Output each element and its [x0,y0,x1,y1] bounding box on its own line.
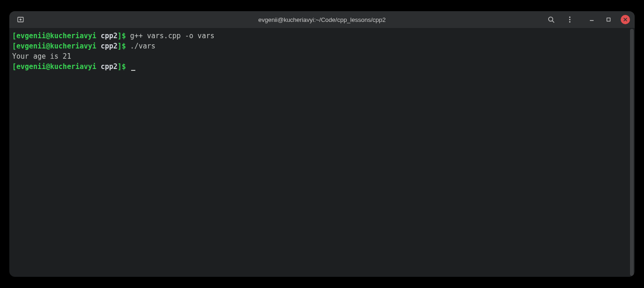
kebab-menu-icon [566,16,574,23]
maximize-button[interactable] [604,15,613,24]
menu-button[interactable] [565,14,575,25]
terminal-line: [evgenii@kucheriavyi cpp2]$ [12,62,632,72]
terminal-line: [evgenii@kucheriavyi cpp2]$ g++ vars.cpp… [12,31,632,41]
window-title: evgenii@kucheriavyi:~/Code/cpp_lessons/c… [259,16,386,23]
svg-point-7 [569,21,571,23]
svg-point-6 [569,19,571,21]
command-text [126,62,130,71]
new-tab-icon [17,16,24,23]
search-icon [547,16,555,23]
scrollbar[interactable] [630,29,634,276]
close-button[interactable] [621,15,630,24]
command-text: g++ vars.cpp -o vars [126,32,215,40]
terminal-line: Your age is 21 [12,51,632,62]
close-icon [623,17,628,22]
svg-point-5 [569,17,571,18]
titlebar: evgenii@kucheriavyi:~/Code/cpp_lessons/c… [9,11,635,28]
titlebar-right [546,14,630,25]
new-tab-button[interactable] [14,13,27,26]
output-text: Your age is 21 [12,52,71,61]
maximize-icon [606,17,611,22]
terminal-line: [evgenii@kucheriavyi cpp2]$ ./vars [12,41,632,51]
titlebar-left [14,13,27,26]
terminal-body[interactable]: [evgenii@kucheriavyi cpp2]$ g++ vars.cpp… [9,28,635,277]
search-button[interactable] [546,14,556,25]
minimize-icon [589,17,595,22]
minimize-button[interactable] [587,15,596,24]
command-text: ./vars [126,42,155,50]
cursor [131,70,135,71]
window-controls [587,15,630,24]
svg-line-4 [553,21,554,23]
svg-rect-9 [607,18,610,21]
terminal-window: evgenii@kucheriavyi:~/Code/cpp_lessons/c… [9,11,635,277]
